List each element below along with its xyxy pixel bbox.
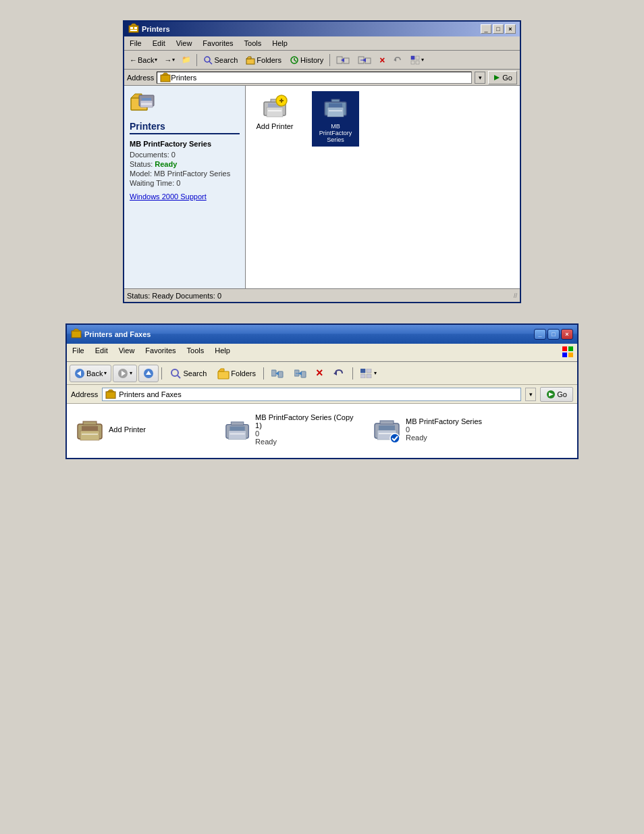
add-printer-item[interactable]: Add Printer bbox=[251, 91, 298, 147]
svg-rect-1 bbox=[130, 27, 133, 29]
move-to-button[interactable] bbox=[333, 53, 353, 68]
svg-marker-8 bbox=[246, 57, 251, 59]
copyto-button-xp[interactable] bbox=[290, 365, 311, 382]
svg-rect-24 bbox=[161, 75, 170, 82]
printer-copy1-item[interactable]: MB PrintFactory Series (Copy 1) 0 Ready bbox=[222, 411, 357, 448]
address-dropdown[interactable]: ▾ bbox=[475, 72, 485, 84]
printers-window: Printers _ □ × File Edit View Favorites … bbox=[123, 20, 521, 303]
close-button[interactable]: × bbox=[505, 24, 516, 34]
printer-copy1-icon bbox=[225, 416, 250, 443]
menu-favorites[interactable]: Favorites bbox=[197, 38, 238, 49]
menu-view[interactable]: View bbox=[171, 38, 198, 49]
undo-button-xp[interactable] bbox=[328, 365, 350, 382]
minimize-button[interactable]: _ bbox=[481, 24, 491, 34]
menu-edit[interactable]: Edit bbox=[147, 38, 171, 49]
history-button[interactable]: History bbox=[286, 53, 327, 68]
svg-marker-4 bbox=[130, 24, 137, 26]
maximize-button[interactable]: □ bbox=[493, 24, 504, 34]
menu2-edit[interactable]: Edit bbox=[90, 345, 113, 360]
printers-faxes-icon bbox=[105, 389, 116, 400]
back-label-xp: Back bbox=[86, 369, 103, 377]
address-value: Printers bbox=[171, 74, 196, 82]
panel-support-link[interactable]: Windows 2000 Support bbox=[130, 192, 240, 201]
svg-rect-3 bbox=[130, 30, 137, 31]
status-text: Status: Ready Documents: 0 bbox=[127, 292, 221, 300]
folders-button-xp[interactable]: Folders bbox=[213, 365, 261, 382]
copy-to-button[interactable] bbox=[354, 53, 375, 68]
menu2-favorites[interactable]: Favorites bbox=[140, 345, 181, 360]
delete-button[interactable]: × bbox=[376, 53, 388, 68]
address-field-xp[interactable]: Printers and Faxes bbox=[102, 388, 521, 401]
back-button-xp[interactable]: Back ▾ bbox=[70, 365, 111, 382]
printer-default-status: Ready bbox=[406, 434, 482, 442]
menu-tools[interactable]: Tools bbox=[239, 38, 267, 49]
svg-rect-32 bbox=[141, 103, 152, 105]
up-icon: 📁 bbox=[182, 55, 191, 64]
toolbar-xp: Back ▾ ▾ Search bbox=[67, 362, 577, 385]
menu2-tools[interactable]: Tools bbox=[182, 345, 210, 360]
views-button[interactable]: ▾ bbox=[407, 53, 427, 68]
menu2-file[interactable]: File bbox=[67, 345, 90, 360]
moveto-button-xp[interactable] bbox=[267, 365, 288, 382]
forward-button-xp[interactable]: ▾ bbox=[113, 365, 137, 382]
up-button[interactable]: 📁 bbox=[179, 54, 194, 66]
address-field[interactable]: Printers bbox=[157, 72, 472, 84]
svg-rect-84 bbox=[229, 431, 246, 440]
forward-button[interactable]: → ▾ bbox=[161, 55, 178, 66]
svg-rect-42 bbox=[327, 107, 344, 117]
printer-default-count: 0 bbox=[406, 425, 482, 434]
search-button[interactable]: Search bbox=[200, 53, 241, 68]
address-dropdown-xp[interactable]: ▾ bbox=[525, 388, 536, 401]
svg-rect-85 bbox=[230, 426, 244, 430]
separator-2 bbox=[329, 54, 330, 66]
menu2-help[interactable]: Help bbox=[209, 345, 236, 360]
back-button[interactable]: ← Back ▾ bbox=[127, 55, 160, 66]
printer-default-item[interactable]: MB PrintFactory Series 0 Ready bbox=[371, 411, 506, 448]
window2-title: Printers and Faxes bbox=[84, 330, 151, 338]
addressbar-xp: Address Printers and Faxes ▾ Go bbox=[67, 385, 577, 404]
svg-rect-44 bbox=[329, 110, 342, 111]
delete-button-xp[interactable]: × bbox=[313, 365, 327, 382]
minimize-button-xp[interactable]: _ bbox=[534, 329, 546, 340]
add-printer-xp[interactable]: Add Printer bbox=[74, 411, 209, 448]
printers-faxes-window: Printers and Faxes _ □ × File Edit View … bbox=[65, 323, 579, 459]
search-icon-xp bbox=[169, 367, 182, 380]
maximize-button-xp[interactable]: □ bbox=[547, 329, 560, 340]
menu-help[interactable]: Help bbox=[267, 38, 293, 49]
menubar: File Edit View Favorites Tools Help bbox=[124, 36, 520, 51]
go-button-xp[interactable]: Go bbox=[540, 387, 573, 402]
back-icon-xp bbox=[74, 368, 85, 379]
svg-rect-71 bbox=[367, 369, 371, 373]
svg-rect-2 bbox=[134, 27, 137, 29]
address-label: Address bbox=[127, 74, 154, 82]
svg-rect-81 bbox=[82, 434, 98, 435]
search-button-xp[interactable]: Search bbox=[165, 365, 211, 382]
printer-default-icon-wrapper bbox=[373, 415, 400, 444]
undo-icon-xp bbox=[333, 367, 345, 380]
close-button-xp[interactable]: × bbox=[561, 329, 573, 340]
right-content: Add Printer MBPrintFactorySeries bbox=[246, 86, 520, 288]
go-label-xp: Go bbox=[557, 390, 567, 398]
folders-button[interactable]: Folders bbox=[242, 53, 285, 68]
printer-copy1-status: Ready bbox=[255, 438, 354, 446]
svg-rect-87 bbox=[231, 422, 244, 425]
printers-large-icon bbox=[130, 91, 157, 118]
go-label: Go bbox=[502, 74, 512, 82]
up-icon-xp bbox=[143, 368, 154, 379]
window-controls: _ □ × bbox=[481, 24, 516, 34]
copyto-icon-xp bbox=[294, 369, 306, 378]
menu-file[interactable]: File bbox=[124, 38, 147, 49]
svg-marker-47 bbox=[73, 329, 80, 331]
undo-button[interactable] bbox=[390, 53, 406, 68]
printer-default-info: MB PrintFactory Series 0 Ready bbox=[406, 417, 482, 442]
menu2-view[interactable]: View bbox=[113, 345, 140, 360]
go-button[interactable]: Go bbox=[488, 71, 517, 84]
views-button-xp[interactable]: ▾ bbox=[356, 365, 381, 382]
content-area: Printers MB PrintFactory Series Document… bbox=[124, 86, 520, 288]
svg-rect-63 bbox=[278, 371, 283, 377]
svg-rect-20 bbox=[411, 56, 414, 59]
toolbar: ← Back ▾ → ▾ 📁 Search Folders bbox=[124, 51, 520, 70]
up-button-xp[interactable] bbox=[138, 365, 159, 382]
history-icon bbox=[290, 55, 299, 65]
mb-printfactory-item[interactable]: MBPrintFactorySeries bbox=[312, 91, 359, 147]
